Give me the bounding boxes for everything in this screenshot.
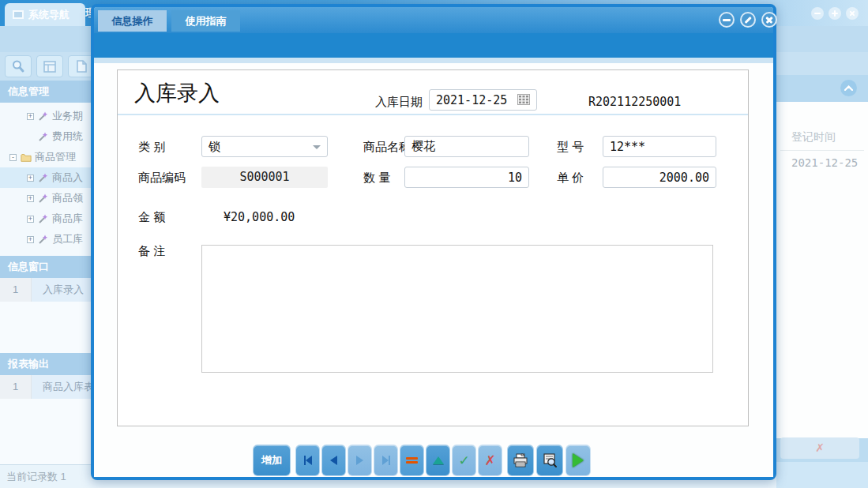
quantity-input[interactable] <box>404 167 529 188</box>
grid-cell-register-time: 2021-12-25 <box>791 156 858 169</box>
records-button[interactable] <box>36 55 63 77</box>
main-maximize-button[interactable] <box>829 7 841 20</box>
model-label: 型 号 <box>557 140 584 155</box>
tree-label: 员工库 <box>52 232 83 246</box>
wand-icon <box>38 234 49 245</box>
collapse-icon[interactable]: - <box>9 154 17 161</box>
edit-icon <box>433 456 444 464</box>
receipt-number: R202112250001 <box>588 95 681 109</box>
quantity-label: 数 量 <box>363 171 390 186</box>
dialog-tab-bar <box>94 33 773 58</box>
edit-record-button[interactable] <box>426 445 450 476</box>
tab-user-guide[interactable]: 使用指南 <box>171 10 240 32</box>
restore-icon <box>745 17 752 24</box>
expand-icon[interactable]: + <box>27 195 34 202</box>
document-icon <box>77 60 87 73</box>
tree-label: 商品入 <box>52 171 83 185</box>
product-code-label: 商品编码 <box>138 171 186 186</box>
confirm-button[interactable]: ✓ <box>452 445 476 476</box>
chevron-down-icon <box>313 145 321 149</box>
tab-label: 系统导航 <box>28 9 70 21</box>
tab-system-navigation[interactable]: 系统导航 <box>5 3 85 26</box>
amount-label: 金 额 <box>138 210 165 225</box>
row-number: 1 <box>0 375 32 399</box>
search-icon <box>11 59 25 73</box>
wand-icon <box>38 111 49 122</box>
expand-icon[interactable]: + <box>27 175 34 182</box>
check-icon: ✓ <box>458 452 469 468</box>
window-icon <box>13 10 24 19</box>
product-code-value: S000001 <box>201 167 328 188</box>
main-close-button[interactable] <box>846 7 859 20</box>
card-icon <box>43 61 56 73</box>
unit-price-input[interactable] <box>603 167 716 188</box>
collapse-panel-button[interactable] <box>840 80 857 96</box>
expand-icon[interactable]: + <box>27 113 34 120</box>
expand-icon[interactable]: + <box>27 236 34 243</box>
calendar-icon[interactable] <box>517 94 530 105</box>
dialog-close-button[interactable] <box>761 12 777 28</box>
dialog-minimize-button[interactable] <box>719 12 735 28</box>
tree-label: 业务期 <box>52 109 83 123</box>
printer-icon <box>513 452 528 468</box>
print-button[interactable] <box>507 445 534 476</box>
wand-icon <box>38 213 49 224</box>
product-name-label: 商品名称 <box>363 140 411 155</box>
wand-icon <box>38 131 49 142</box>
minimize-icon <box>723 19 731 21</box>
product-name-input[interactable] <box>404 136 529 157</box>
wand-icon <box>38 193 49 204</box>
model-input[interactable] <box>603 136 716 157</box>
next-record-icon <box>356 456 363 465</box>
tree-label: 商品库 <box>52 212 83 226</box>
last-record-button[interactable] <box>374 445 398 476</box>
play-icon <box>573 453 584 467</box>
previous-record-icon <box>330 456 337 465</box>
tree-label: 费用统 <box>52 130 83 144</box>
inbound-entry-dialog: 入库录入 信息操作 使用指南 入库录入 入库日期 R202112250001 类… <box>91 4 776 480</box>
category-select[interactable]: 锁 <box>201 136 328 157</box>
dialog-restore-button[interactable] <box>740 12 756 28</box>
tree-label: 商品领 <box>52 191 83 205</box>
grid-column-register-time: 登记时间 <box>780 122 864 151</box>
amount-value: ¥20,000.00 <box>224 210 295 224</box>
category-value: 锁 <box>209 140 220 153</box>
folder-icon <box>21 152 32 163</box>
remark-label: 备 注 <box>138 244 165 259</box>
first-record-button[interactable] <box>295 445 320 476</box>
search-button[interactable] <box>5 55 32 77</box>
right-bottom-strip <box>776 462 868 488</box>
expand-icon[interactable]: + <box>27 216 34 223</box>
minimize-icon <box>814 13 821 14</box>
wand-icon <box>38 172 49 183</box>
tree-label: 商品管理 <box>35 150 76 164</box>
last-record-icon <box>382 456 389 465</box>
print-preview-button[interactable] <box>536 445 563 476</box>
print-preview-icon <box>542 452 558 468</box>
background-cancel-button[interactable]: ✗ <box>780 437 859 459</box>
unit-price-label: 单 价 <box>557 171 584 186</box>
form-heading: 入库录入 <box>134 79 220 107</box>
previous-record-button[interactable] <box>321 445 346 476</box>
cross-icon: ✗ <box>484 452 495 468</box>
delete-record-button[interactable] <box>400 445 424 476</box>
run-report-button[interactable] <box>566 445 591 476</box>
cancel-button[interactable]: ✗ <box>478 445 502 476</box>
row-number: 1 <box>0 278 32 302</box>
tab-info-operation[interactable]: 信息操作 <box>98 10 167 32</box>
chevron-up-icon <box>844 85 853 91</box>
date-label: 入库日期 <box>375 95 423 110</box>
add-button[interactable]: 增加 <box>253 445 291 476</box>
delete-icon <box>406 457 418 460</box>
remark-textarea[interactable] <box>201 245 713 373</box>
main-minimize-button[interactable] <box>811 7 824 20</box>
next-record-button[interactable] <box>348 445 372 476</box>
category-label: 类 别 <box>138 140 165 155</box>
